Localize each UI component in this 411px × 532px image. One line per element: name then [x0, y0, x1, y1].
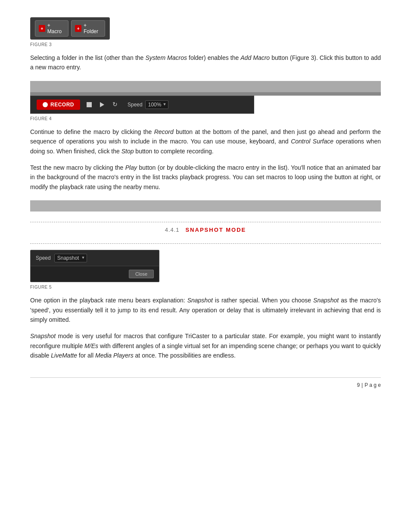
- stop-icon[interactable]: [85, 101, 93, 109]
- page-footer: 9 | P a g e: [30, 377, 381, 388]
- paragraph-1: Selecting a folder in the list (other th…: [30, 53, 381, 72]
- figure4-label: FIGURE 4: [30, 116, 381, 121]
- snapshot-dropdown[interactable]: Snapshot ▼: [54, 254, 87, 262]
- add-folder-button[interactable]: + + Folder: [71, 20, 105, 37]
- para1-em2: Add Macro: [240, 54, 270, 61]
- page-number-block: 9 | P a g e: [357, 382, 381, 388]
- close-btn-label: Close: [135, 271, 147, 277]
- loop-icon[interactable]: ↻: [111, 101, 119, 109]
- record-dot-icon: [43, 102, 48, 107]
- figure5-top-bar: Speed Snapshot ▼: [31, 250, 159, 266]
- snapshot-label: Snapshot: [57, 255, 79, 261]
- play-icon[interactable]: [98, 101, 106, 109]
- section-title: SNAPSHOT MODE: [185, 227, 246, 233]
- section-number: 4.4.1: [165, 227, 180, 233]
- figure5-image: Speed Snapshot ▼ Close: [30, 250, 159, 282]
- page-content: + + Macro + + Folder FIGURE 3 Selecting …: [30, 17, 381, 388]
- paragraph-4: One option in the playback rate menu bea…: [30, 296, 381, 324]
- figure3-image: + + Macro + + Folder: [30, 17, 110, 40]
- paragraph-3: Test the new macro by clicking the Play …: [30, 163, 381, 192]
- figure5-label: FIGURE 5: [30, 285, 381, 289]
- dropdown-arrow-icon: ▼: [163, 102, 167, 106]
- figure4-gray-banner: [30, 81, 381, 92]
- speed-dropdown[interactable]: 100% ▼: [145, 100, 169, 109]
- para1-em1: System Macros: [145, 54, 187, 61]
- speed-control: Speed 100% ▼: [128, 100, 168, 109]
- bottom-dotted-divider: [30, 243, 381, 244]
- figure5-wrapper: Speed Snapshot ▼ Close: [30, 250, 381, 282]
- page-number: 9: [357, 382, 360, 388]
- figure3-label: FIGURE 3: [30, 42, 381, 47]
- paragraph-5: Snapshot mode is very useful for macros …: [30, 331, 381, 360]
- figure4-controls: RECORD ↻ Speed 100% ▼: [30, 96, 254, 114]
- macro-btn-icon: +: [39, 25, 45, 32]
- macro-btn-label: + Macro: [47, 22, 65, 34]
- figure-gray-banner2: [30, 200, 381, 212]
- footer-page-label: P a g e: [364, 382, 381, 388]
- add-macro-button[interactable]: + + Macro: [35, 20, 68, 37]
- speed-label: Speed: [128, 102, 143, 108]
- record-button[interactable]: RECORD: [37, 100, 80, 110]
- top-dotted-divider: [30, 222, 381, 222]
- record-btn-label: RECORD: [50, 102, 74, 108]
- footer-separator: |: [361, 382, 363, 388]
- figure5-speed-label: Speed: [36, 255, 51, 261]
- figure4-wrapper: RECORD ↻ Speed 100% ▼: [30, 81, 381, 114]
- para1-text2: folder) enables the: [187, 54, 240, 61]
- folder-btn-label: + Folder: [84, 22, 101, 34]
- snapshot-dropdown-arrow-icon: ▼: [81, 255, 85, 260]
- speed-value: 100%: [148, 102, 162, 108]
- section-heading: 4.4.1 SNAPSHOT MODE: [30, 227, 381, 233]
- para1-text1: Selecting a folder in the list (other th…: [30, 54, 145, 61]
- folder-btn-icon: +: [75, 25, 81, 32]
- paragraph-2: Continue to define the macro by clicking…: [30, 127, 381, 156]
- figure5-bottom-bar: Close: [31, 266, 159, 282]
- close-button[interactable]: Close: [129, 270, 154, 278]
